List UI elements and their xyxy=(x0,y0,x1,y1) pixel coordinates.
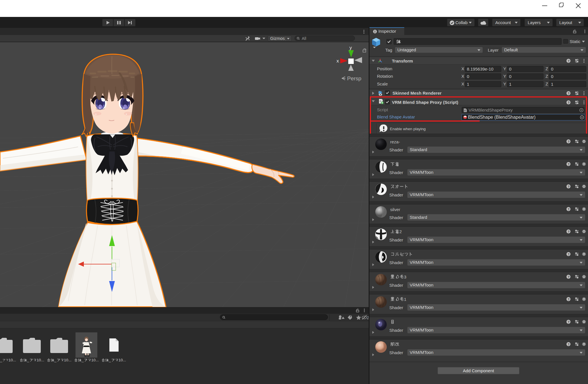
svg-text:?: ? xyxy=(568,343,570,346)
svg-text:?: ? xyxy=(568,275,570,279)
svg-text:?: ? xyxy=(568,298,570,301)
svg-text:?: ? xyxy=(568,59,570,63)
svg-text:?: ? xyxy=(568,163,570,166)
svg-text:y: y xyxy=(349,45,352,50)
svg-text:?: ? xyxy=(568,253,570,256)
svg-text:?: ? xyxy=(568,92,570,95)
svg-text:?: ? xyxy=(568,320,570,324)
svg-text:x: x xyxy=(336,58,339,64)
svg-text:?: ? xyxy=(568,208,570,211)
svg-text:?: ? xyxy=(568,185,570,188)
svg-text:?: ? xyxy=(568,230,570,233)
svg-text:?: ? xyxy=(568,140,570,143)
svg-text:Persp: Persp xyxy=(347,75,361,81)
